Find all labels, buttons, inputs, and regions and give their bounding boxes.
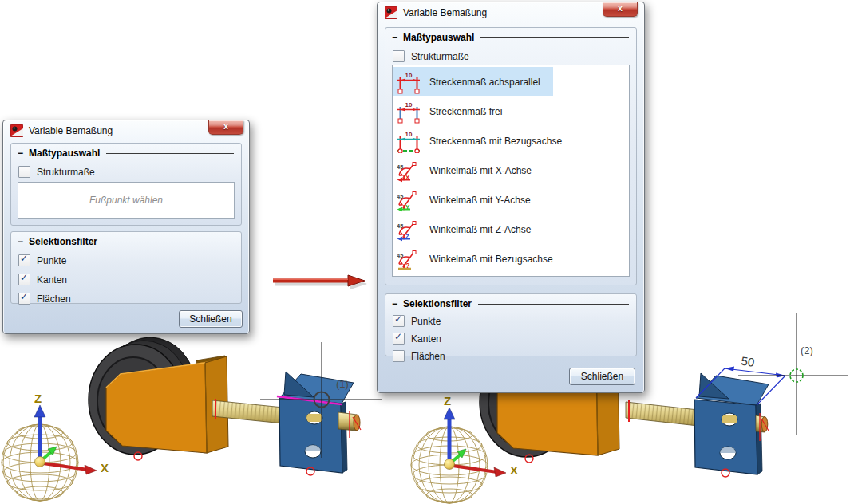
footpoint-picker-area[interactable]: Fußpunkt wählen (18, 182, 235, 219)
group-selektionsfilter: Selektionsfilter ✓ Punkte ✓ Kanten Fläch… (385, 293, 637, 356)
checkbox-punkte[interactable]: ✓ Punkte (18, 254, 241, 266)
list-item-streckenmass-bezugsachse[interactable]: 10 Streckenmaß mit Bezugsachse (393, 126, 575, 156)
list-item-winkelmass-bezugsachse[interactable]: 45 ? Winkelmaß mit Bezugsachse (393, 244, 566, 274)
group-title: Selektionsfilter (29, 236, 97, 247)
angle-dimension-x-axis-icon: 45 X (397, 159, 421, 183)
app-logo-icon (385, 6, 397, 19)
list-item-streckenmass-frei[interactable]: 10 Streckenmaß frei (393, 96, 515, 126)
list-item-winkelmass-x[interactable]: 45 X Winkelmaß mit X-Achse (393, 156, 544, 185)
axis-x-label: X (510, 463, 518, 477)
list-item-winkelmass-z[interactable]: 45 Z Winkelmaß mit Z-Achse (393, 215, 544, 244)
checkbox-box[interactable] (18, 166, 30, 178)
close-button[interactable]: Schließen (569, 368, 635, 385)
checkbox-label: Strukturmaße (37, 167, 95, 178)
checkbox-strukturmasse[interactable]: Strukturmaße (18, 166, 241, 178)
dialog-title: Variable Bemaßung (29, 125, 113, 136)
list-item-streckenmass-achsparallel[interactable]: 10 Streckenmaß achsparallel (393, 67, 553, 96)
dimension-type-list[interactable]: 10 Streckenmaß achsparallel 10 Streckenm… (392, 65, 630, 277)
angle-dimension-reference-axis-icon: 45 ? (397, 247, 421, 271)
app-logo-icon (10, 124, 23, 137)
linear-dimension-axis-parallel-icon: 10 (397, 70, 421, 94)
svg-text:10: 10 (405, 71, 413, 78)
group-title: Maßtypauswahl (403, 32, 474, 43)
application-canvas: { "window_small": { "title": "Variable B… (0, 0, 850, 504)
transition-arrow (270, 273, 369, 292)
group-selektionsfilter: Selektionsfilter ✓ Punkte ✓ Kanten ✓ Flä… (10, 231, 242, 304)
svg-text:10: 10 (405, 130, 413, 137)
checkbox-flaechen[interactable]: Flächen (393, 350, 636, 362)
checkbox-flaechen[interactable]: ✓ Flächen (18, 293, 241, 305)
group-masstypauswahl: Maßtypauswahl Strukturmaße 10 Strecken (385, 27, 637, 285)
dimension-value: 50 (741, 354, 756, 369)
checkbox-strukturmasse[interactable]: Strukturmaße (393, 50, 636, 62)
checkbox-punkte[interactable]: ✓ Punkte (393, 315, 636, 327)
svg-text:10: 10 (405, 100, 413, 108)
dialog-variable-bemassung-initial: Variable Bemaßung x Maßtypauswahl Strukt… (2, 120, 250, 334)
angle-dimension-y-axis-icon: 45 Y (397, 188, 421, 212)
group-masstypauswahl: Maßtypauswahl Strukturmaße Fußpunkt wähl… (10, 143, 242, 226)
checkbox-kanten[interactable]: ✓ Kanten (18, 274, 241, 285)
dialog-title: Variable Bemaßung (403, 7, 487, 18)
dialog-variable-bemassung-expanded: Variable Bemaßung x Maßtypauswahl Strukt… (377, 2, 645, 393)
close-icon[interactable]: x (603, 2, 638, 17)
group-title: Maßtypauswahl (29, 148, 100, 159)
linear-dimension-reference-axis-icon: 10 (397, 129, 421, 153)
angle-dimension-z-axis-icon: 45 Z (397, 218, 421, 242)
close-button[interactable]: Schließen (179, 310, 243, 328)
svg-text:?: ? (405, 262, 410, 270)
point-label-2: (2) (801, 345, 813, 356)
linear-dimension-free-icon: 10 (397, 100, 421, 124)
axis-z-label: Z (444, 394, 451, 408)
svg-text:Y: Y (405, 203, 410, 210)
svg-text:X: X (405, 173, 410, 180)
checkbox-kanten[interactable]: ✓ Kanten (393, 333, 636, 345)
list-item-winkelmass-y[interactable]: 45 Y Winkelmaß mit Y-Achse (393, 185, 544, 215)
footpoint-placeholder: Fußpunkt wählen (89, 195, 163, 206)
group-title: Selektionsfilter (403, 298, 472, 309)
close-icon[interactable]: x (208, 120, 243, 135)
svg-text:Z: Z (405, 232, 409, 239)
